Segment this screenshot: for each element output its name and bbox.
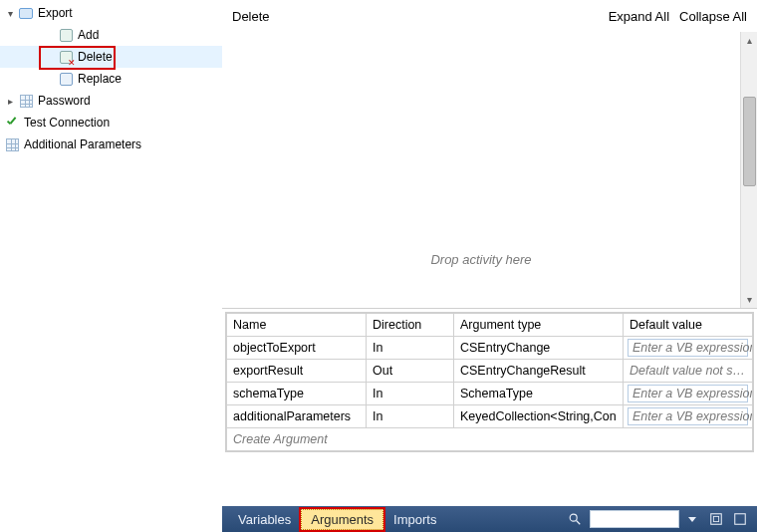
vertical-scrollbar[interactable]: ▴ ▾	[740, 32, 757, 308]
table-row[interactable]: exportResult Out CSEntryChangeResult Def…	[227, 360, 753, 383]
designer-canvas[interactable]: Drop activity here	[222, 32, 740, 308]
scroll-up-icon[interactable]: ▴	[742, 32, 757, 49]
scroll-thumb[interactable]	[743, 97, 756, 186]
argument-direction-cell[interactable]: In	[367, 337, 454, 360]
overview-icon[interactable]	[705, 509, 727, 529]
password-icon	[18, 93, 34, 109]
argument-type-cell[interactable]: KeyedCollection<String,Con	[454, 405, 624, 428]
argument-direction-cell[interactable]: In	[367, 383, 454, 405]
folder-icon	[18, 5, 34, 21]
argument-name-cell[interactable]: schemaType	[227, 383, 367, 405]
scroll-track[interactable]	[742, 49, 757, 291]
tree-item-test-connection[interactable]: Test Connection	[0, 112, 222, 133]
table-row[interactable]: schemaType In SchemaType Enter a VB expr…	[227, 383, 753, 405]
argument-type-cell[interactable]: SchemaType	[454, 383, 624, 405]
argument-name-cell[interactable]: objectToExport	[227, 337, 367, 360]
arguments-table: Name Direction Argument type Default val…	[226, 313, 753, 451]
argument-default-cell[interactable]: Enter a VB expression	[624, 405, 753, 428]
navigation-tree: ▾ Export Add Delete Replace ▸ Password T…	[0, 0, 222, 532]
table-header-row: Name Direction Argument type Default val…	[227, 314, 753, 337]
tree-item-replace[interactable]: Replace	[0, 68, 222, 90]
svg-rect-2	[711, 514, 722, 525]
tree-item-additional-parameters[interactable]: Additional Parameters	[0, 133, 222, 155]
tree-item-label: Export	[38, 2, 73, 24]
vb-expression-input[interactable]: Enter a VB expression	[628, 407, 748, 425]
add-icon	[58, 27, 74, 43]
scroll-down-icon[interactable]: ▾	[742, 291, 757, 308]
argument-default-cell[interactable]: Enter a VB expression	[624, 337, 753, 360]
chevron-down-icon[interactable]: ▾	[4, 7, 16, 19]
tree-item-label: Replace	[78, 68, 122, 90]
designer-toolbar: Delete Expand All Collapse All	[222, 0, 757, 32]
breadcrumb[interactable]: Delete	[232, 9, 270, 24]
arguments-panel: Name Direction Argument type Default val…	[222, 309, 757, 455]
tree-item-label: Password	[38, 90, 91, 112]
tree-item-label: Additional Parameters	[24, 133, 141, 155]
chevron-right-icon[interactable]: ▸	[4, 95, 16, 107]
tree-item-label: Test Connection	[24, 112, 110, 133]
create-argument-label[interactable]: Create Argument	[227, 428, 753, 451]
column-header-name[interactable]: Name	[227, 314, 367, 337]
check-icon	[4, 115, 20, 131]
tree-item-delete[interactable]: Delete	[0, 46, 222, 68]
column-header-argument-type[interactable]: Argument type	[454, 314, 624, 337]
vb-expression-input[interactable]: Enter a VB expression	[628, 385, 748, 402]
svg-rect-3	[713, 516, 718, 521]
expand-all-button[interactable]: Expand All	[609, 9, 669, 24]
argument-default-cell[interactable]: Default value not suppo	[624, 360, 753, 383]
argument-name-cell[interactable]: exportResult	[227, 360, 367, 383]
svg-rect-4	[735, 514, 746, 525]
collapse-all-button[interactable]: Collapse All	[679, 9, 747, 24]
drop-hint: Drop activity here	[430, 252, 531, 267]
bottom-tab-bar: Variables Arguments Imports	[222, 506, 757, 532]
argument-type-cell[interactable]: CSEntryChangeResult	[454, 360, 624, 383]
tab-arguments[interactable]: Arguments	[301, 509, 383, 530]
tree-item-password[interactable]: ▸ Password	[0, 90, 222, 112]
tree-item-label: Delete	[78, 46, 113, 68]
argument-name-cell[interactable]: additionalParameters	[227, 405, 367, 428]
table-row[interactable]: objectToExport In CSEntryChange Enter a …	[227, 337, 753, 360]
tab-imports[interactable]: Imports	[383, 509, 446, 530]
create-argument-row[interactable]: Create Argument	[227, 428, 753, 451]
search-input[interactable]	[590, 510, 679, 528]
argument-default-cell[interactable]: Enter a VB expression	[624, 383, 753, 405]
search-icon[interactable]	[564, 509, 586, 529]
tree-item-label: Add	[78, 24, 99, 46]
delete-icon	[58, 49, 74, 65]
argument-direction-cell[interactable]: In	[367, 405, 454, 428]
column-header-direction[interactable]: Direction	[367, 314, 454, 337]
tree-item-add[interactable]: Add	[0, 24, 222, 46]
svg-line-1	[577, 521, 581, 525]
dropdown-icon[interactable]	[681, 509, 703, 529]
svg-point-0	[570, 514, 577, 521]
tab-variables[interactable]: Variables	[228, 509, 301, 530]
fit-to-screen-icon[interactable]	[729, 509, 751, 529]
vb-expression-input[interactable]: Enter a VB expression	[628, 339, 748, 357]
tree-item-export[interactable]: ▾ Export	[0, 2, 222, 24]
replace-icon	[58, 71, 74, 87]
argument-type-cell[interactable]: CSEntryChange	[454, 337, 624, 360]
parameters-icon	[4, 136, 20, 152]
argument-direction-cell[interactable]: Out	[367, 360, 454, 383]
main-area: Delete Expand All Collapse All Drop acti…	[222, 0, 757, 532]
table-row[interactable]: additionalParameters In KeyedCollection<…	[227, 405, 753, 428]
column-header-default-value[interactable]: Default value	[624, 314, 753, 337]
